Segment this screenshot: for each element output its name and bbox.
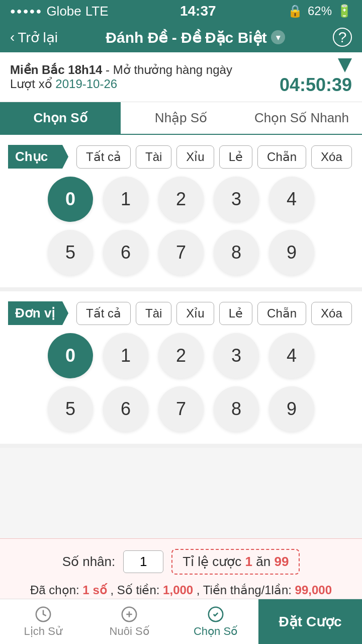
nav-dat-cuoc-label: Đặt Cược [279,613,342,630]
countdown-timer: 04:50:39 [280,74,352,96]
chuc-label-row: Chục Tất cả Tài Xỉu Lẻ Chẵn Xóa [8,145,354,169]
so-tien-value: 1,000 [163,583,193,597]
region-label: Miền Bắc 18h14 [10,63,102,76]
nav-title: Đánh Đề - Đề Đặc Biệt ▾ [106,29,285,46]
da-chon-label: Đã chọn: [30,583,79,597]
don-vi-filter-xoa[interactable]: Xóa [311,302,352,325]
chuc-filter-le[interactable]: Lẻ [219,145,252,169]
don-vi-label-tag: Đơn vị [8,301,68,325]
don-vi-filter-xiu[interactable]: Xỉu [176,302,214,325]
chuc-filter-xoa[interactable]: Xóa [311,145,352,169]
don-vi-row-2: 5 6 7 8 9 [48,386,314,432]
ti-le-prefix: Tỉ lệ cược [183,554,241,569]
chuc-btn-0[interactable]: 0 [48,177,93,222]
so-nhan-row: Số nhân: Tỉ lệ cược 1 ăn 99 [8,549,354,575]
nav-dat-cuoc-button[interactable]: Đặt Cược [258,599,362,644]
so-tien-label: , Số tiền: [110,583,163,597]
so-nhan-input[interactable] [123,550,163,573]
status-left: ●●●●● Globe LTE [10,4,109,19]
status-right: 🔒 62% 🔋 [288,4,352,18]
nav-lich-su-label: Lịch Sử [24,625,62,638]
don-vi-btn-2[interactable]: 2 [158,333,204,378]
battery-icon: 🔋 [337,4,352,18]
nav-lich-su[interactable]: Lịch Sử [0,599,86,644]
carrier-label: Globe [46,4,81,19]
chuc-btn-9[interactable]: 9 [269,230,314,275]
battery-label: 62% [308,4,332,18]
back-chevron-icon: ‹ [10,29,15,45]
info-right: 04:50:39 [280,58,352,96]
nav-nuoi-so[interactable]: Nuôi Số [86,599,172,644]
don-vi-btn-1[interactable]: 1 [103,333,148,378]
don-vi-btn-4[interactable]: 4 [269,333,314,378]
spacer1: , Tiền thắng/1lần: [197,583,295,597]
don-vi-btn-8[interactable]: 8 [214,386,259,432]
back-label: Trở lại [18,29,58,46]
subtitle-text: Mở thưởng hàng ngày [113,63,232,76]
nav-chon-so[interactable]: Chọn Số [172,599,258,644]
don-vi-btn-3[interactable]: 3 [214,333,259,378]
back-button[interactable]: ‹ Trở lại [10,29,58,46]
chuc-btn-5[interactable]: 5 [48,230,93,275]
chuc-btn-7[interactable]: 7 [158,230,204,275]
date-prefix: Lượt xổ [10,77,52,91]
chuc-filter-xiu[interactable]: Xỉu [176,145,214,169]
signal-dots: ●●●●● [10,6,42,17]
time-label: 14:37 [180,3,216,19]
chuc-filter-all[interactable]: Tất cả [76,145,131,169]
don-vi-number-grid: 0 1 2 3 4 5 6 7 8 9 [8,333,354,432]
tab-bar: Chọn Số Nhập Số Chọn Số Nhanh [0,102,362,135]
chuc-filter-tai[interactable]: Tài [136,145,171,169]
chuc-label-tag: Chục [8,145,68,169]
chuc-filter-row: Tất cả Tài Xỉu Lẻ Chẵn Xóa [68,145,352,169]
status-bar: ●●●●● Globe LTE 14:37 🔒 62% 🔋 [0,0,362,22]
network-label: LTE [85,4,109,19]
don-vi-btn-5[interactable]: 5 [48,386,93,432]
chuc-btn-4[interactable]: 4 [269,177,314,222]
so-nhan-label: Số nhân: [62,554,116,570]
don-vi-btn-7[interactable]: 7 [158,386,204,432]
chuc-btn-1[interactable]: 1 [103,177,148,222]
tab-nhap-so[interactable]: Nhập Số [121,102,241,134]
info-bar: Miền Bắc 18h14 - Mở thưởng hàng ngày Lượ… [0,52,362,102]
chuc-btn-8[interactable]: 8 [214,230,259,275]
don-vi-section: Đơn vị Tất cả Tài Xỉu Lẻ Chẵn Xóa 0 1 2 … [0,291,362,448]
dropdown-arrow-icon [338,58,352,72]
chuc-row-1: 0 1 2 3 4 [48,177,314,222]
title-dropdown-icon[interactable]: ▾ [271,30,285,44]
chuc-btn-3[interactable]: 3 [214,177,259,222]
check-circle-icon [207,606,224,623]
ti-le-1: 1 [245,554,256,569]
don-vi-btn-6[interactable]: 6 [103,386,148,432]
don-vi-filter-tai[interactable]: Tài [136,302,171,325]
chuc-btn-6[interactable]: 6 [103,230,148,275]
don-vi-filter-row: Tất cả Tài Xỉu Lẻ Chẵn Xóa [68,302,352,325]
chuc-filter-chan[interactable]: Chẵn [257,145,306,169]
nav-chon-so-label: Chọn Số [194,625,237,638]
don-vi-btn-0[interactable]: 0 [48,333,93,378]
chuc-section: Chục Tất cả Tài Xỉu Lẻ Chẵn Xóa 0 1 2 3 … [0,135,362,291]
chuc-btn-2[interactable]: 2 [158,177,204,222]
don-vi-label-row: Đơn vị Tất cả Tài Xỉu Lẻ Chẵn Xóa [8,301,354,325]
history-icon [35,606,52,623]
info-left: Miền Bắc 18h14 - Mở thưởng hàng ngày Lượ… [10,63,232,91]
chuc-row-2: 5 6 7 8 9 [48,230,314,275]
lock-icon: 🔒 [288,4,303,18]
date-value: 2019-10-26 [55,77,117,91]
don-vi-btn-9[interactable]: 9 [269,386,314,432]
don-vi-filter-all[interactable]: Tất cả [76,302,131,325]
tab-chon-so[interactable]: Chọn Số [0,102,121,134]
da-chon-row: Đã chọn: 1 số , Số tiền: 1,000 , Tiền th… [8,581,354,600]
don-vi-filter-chan[interactable]: Chẵn [257,302,306,325]
nav-bar: ‹ Trở lại Đánh Đề - Đề Đặc Biệt ▾ ? [0,22,362,52]
ti-le-box: Tỉ lệ cược 1 ăn 99 [171,549,300,575]
help-button[interactable]: ? [333,28,352,47]
don-vi-filter-le[interactable]: Lẻ [219,302,252,325]
nav-nuoi-so-label: Nuôi Số [110,625,149,638]
ti-le-an: ăn [256,554,270,569]
da-chon-count: 1 số [82,583,107,597]
don-vi-row-1: 0 1 2 3 4 [48,333,314,378]
bottom-navigation: Lịch Sử Nuôi Số Chọn Số Đặt Cược [0,599,362,644]
subtitle-label: - [106,63,113,76]
tab-chon-so-nhanh[interactable]: Chọn Số Nhanh [241,102,362,134]
